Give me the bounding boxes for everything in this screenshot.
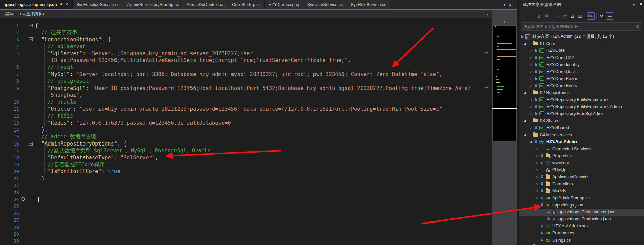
properties-wrench-icon[interactable]: ⚒ bbox=[598, 13, 605, 19]
tree-item[interactable]: ▷C#HZY.Repository.FreeSql.Admin bbox=[519, 110, 644, 118]
tree-item[interactable]: ◢02 Repositories bbox=[519, 89, 644, 96]
tree-item[interactable]: ◢{}appsettings.json bbox=[519, 201, 644, 209]
expander-closed-icon[interactable]: ▷ bbox=[529, 56, 533, 59]
tree-item[interactable]: ▷C#HZY.Core.Identity bbox=[519, 61, 644, 68]
tree-item[interactable]: ▷05 Tests bbox=[519, 244, 644, 245]
code-line[interactable]: 26 bbox=[0, 210, 492, 217]
tree-item[interactable]: 解决方案 'HZY.Admin' (12 个项目, 共 12 个) bbox=[519, 33, 644, 40]
code-line[interactable]: 30 bbox=[0, 238, 492, 245]
code-line[interactable]: 21 } bbox=[0, 175, 492, 182]
code-line[interactable]: 15 // admin 数据库管理 bbox=[0, 133, 492, 140]
expander-closed-icon[interactable]: ▷ bbox=[535, 161, 539, 165]
tree-item[interactable]: ▷C#HZY.Core.Razor bbox=[519, 75, 644, 82]
code-line[interactable]: 28 bbox=[0, 224, 492, 231]
tree-item[interactable]: ▷wwwroot bbox=[519, 159, 644, 167]
fold-collapse-icon[interactable]: − bbox=[29, 24, 33, 27]
expander-closed-icon[interactable]: ▷ bbox=[529, 112, 533, 116]
tree-item[interactable]: ▷C#HZY.Core.CAP bbox=[519, 54, 644, 61]
editor-options-gear-icon[interactable]: ⚙ bbox=[508, 3, 512, 7]
sync-with-active-document-icon[interactable]: ⇄ bbox=[562, 13, 568, 19]
expander-closed-icon[interactable]: ▷ bbox=[535, 189, 539, 193]
tree-item[interactable]: ▷ApplicationServices bbox=[519, 173, 644, 181]
code-line[interactable]: 29 bbox=[0, 231, 492, 238]
tree-item[interactable]: ▷Properties bbox=[519, 152, 644, 159]
expander-open-icon[interactable]: ◢ bbox=[523, 91, 527, 94]
expander-open-icon[interactable]: ◢ bbox=[523, 119, 527, 122]
fold-collapse-icon[interactable]: − bbox=[29, 37, 33, 41]
code-line[interactable]: 7 "MySql": "Server=localhost; port=3306;… bbox=[0, 71, 492, 78]
code-line[interactable]: 25 bbox=[0, 203, 492, 210]
expander-open-icon[interactable]: ◢ bbox=[523, 133, 527, 137]
tree-item[interactable]: ▷C#HZY.Shared bbox=[519, 124, 644, 132]
code-line[interactable]: 2 // 连接字符串 bbox=[0, 29, 492, 36]
schema-dropdown-icon[interactable]: ▾ bbox=[487, 12, 488, 16]
expander-closed-icon[interactable]: ▷ bbox=[535, 182, 539, 186]
switch-views-icon[interactable]: ⧉ bbox=[543, 13, 550, 19]
code-line[interactable]: 27 bbox=[0, 217, 492, 224]
code-line[interactable]: 18 "DefaultDatabaseType": "SqlServer", bbox=[0, 154, 492, 162]
expander-closed-icon[interactable]: ▷ bbox=[535, 154, 539, 157]
expander-closed-icon[interactable]: ▷ bbox=[529, 77, 533, 80]
window-position-icon[interactable]: ▾ bbox=[633, 3, 635, 7]
tree-item[interactable]: ▷C#HZY.Core.Redis bbox=[519, 82, 644, 89]
code-line[interactable]: 20 "IsMonitorEFCore": true bbox=[0, 168, 492, 175]
editor-tab[interactable]: CoreStartup.cs bbox=[228, 0, 264, 9]
code-line[interactable]: 22 bbox=[0, 182, 492, 189]
code-line[interactable]: 16 "AdminRepositoryOptions": { bbox=[0, 140, 492, 148]
home-icon[interactable]: ⌂ bbox=[536, 13, 543, 19]
tree-item[interactable]: C#Program.cs bbox=[519, 230, 644, 237]
code-line[interactable]: 3 "ConnectionStrings": { bbox=[0, 36, 492, 43]
tree-item[interactable]: ◢04 Microservices bbox=[519, 131, 644, 138]
tree-item[interactable]: ◢HZY.Api.Admin bbox=[519, 138, 644, 146]
editor-tab[interactable]: SysRoleService.cs bbox=[347, 0, 390, 9]
tree-item[interactable]: ▷C#HZY.Core bbox=[519, 47, 644, 54]
preview-selected-items-icon[interactable]: ⊶ bbox=[606, 12, 613, 20]
expander-closed-icon[interactable]: ▷ bbox=[529, 70, 533, 73]
editor-tab[interactable]: SysFunctionService.cs bbox=[73, 0, 123, 9]
tree-item[interactable]: {}appsettings.Development.json bbox=[519, 209, 644, 216]
editor-tab[interactable]: appsettings....elopment.json✕ bbox=[0, 0, 73, 9]
sync-selection-icon[interactable]: ⧉▾ bbox=[587, 12, 595, 20]
code-line[interactable]: 4 // sqlserver bbox=[0, 43, 492, 50]
tab-list-dropdown-icon[interactable]: ▾ bbox=[504, 3, 506, 7]
expander-closed-icon[interactable]: ▷ bbox=[535, 175, 539, 179]
tree-item[interactable]: ▷C#HZY.Repository.EntityFramework.Admin bbox=[519, 103, 644, 110]
tree-item[interactable]: ▷Models bbox=[519, 187, 644, 195]
code-line[interactable]: 6 // mysql bbox=[0, 64, 492, 71]
tree-item[interactable]: </>HZY.Api.Admin.xml bbox=[519, 223, 644, 230]
tab-close-icon[interactable]: ✕ bbox=[65, 2, 68, 7]
tree-item[interactable]: ▷C#HZY.Core.Quartz bbox=[519, 68, 644, 75]
tree-item[interactable]: ▷依赖项 bbox=[519, 166, 644, 173]
expander-open-icon[interactable]: ◢ bbox=[529, 140, 533, 143]
quick-actions-lightbulb-icon[interactable] bbox=[21, 197, 26, 203]
code-line[interactable]: 11 "Oracle": "user id=hzy_admin_oracle_2… bbox=[0, 106, 492, 113]
tab-pin-icon[interactable] bbox=[60, 3, 63, 6]
tree-item[interactable]: ▷Controllers bbox=[519, 181, 644, 188]
expander-closed-icon[interactable]: ▷ bbox=[529, 84, 533, 87]
tree-item[interactable]: {}appsettings.Production.json bbox=[519, 216, 644, 223]
tree-item[interactable]: ▷C#ApiAdminStartup.cs bbox=[519, 195, 644, 202]
code-line[interactable]: 1{ bbox=[0, 22, 492, 29]
expander-closed-icon[interactable]: ▷ bbox=[535, 147, 539, 151]
scrollbar-up-icon[interactable]: ▲ bbox=[492, 20, 517, 25]
code-line[interactable]: ID=sa;Password=123456;MultipleActiveResu… bbox=[0, 57, 492, 64]
forward-icon[interactable]: → bbox=[528, 13, 535, 19]
tree-item[interactable]: ▷☁Connected Services bbox=[519, 146, 644, 153]
pin-icon[interactable] bbox=[639, 3, 643, 7]
solution-explorer-search[interactable]: 搜索解决方案资源管理器(Ctrl+;) bbox=[521, 22, 642, 31]
tree-item[interactable]: C#Usings.cs bbox=[519, 236, 644, 244]
code-line[interactable]: Shanghai", bbox=[0, 92, 492, 99]
expander-open-icon[interactable]: ◢ bbox=[523, 42, 527, 45]
code-line[interactable]: 19 //是否监控EFCore程序 bbox=[0, 161, 492, 168]
editor-tab[interactable]: SysUserService.cs bbox=[303, 0, 347, 9]
expander-closed-icon[interactable]: ▷ bbox=[535, 168, 539, 172]
code-line[interactable]: 13 "Redis": "127.0.0.1:6379,password=123… bbox=[0, 120, 492, 127]
pending-changes-filter-icon[interactable]: ◔▾ bbox=[554, 13, 561, 19]
expander-closed-icon[interactable]: ▷ bbox=[529, 49, 533, 52]
editor-tab[interactable]: HZY.Core.csproj bbox=[265, 0, 304, 9]
tree-item[interactable]: ▷C#HZY.Repository.EntityFramework bbox=[519, 96, 644, 103]
code-line[interactable]: 12 // redis bbox=[0, 112, 492, 120]
expander-closed-icon[interactable]: ▷ bbox=[535, 196, 539, 200]
expander-closed-icon[interactable]: ▷ bbox=[529, 63, 533, 66]
schema-selector[interactable]: <未选择架构> bbox=[19, 11, 45, 17]
